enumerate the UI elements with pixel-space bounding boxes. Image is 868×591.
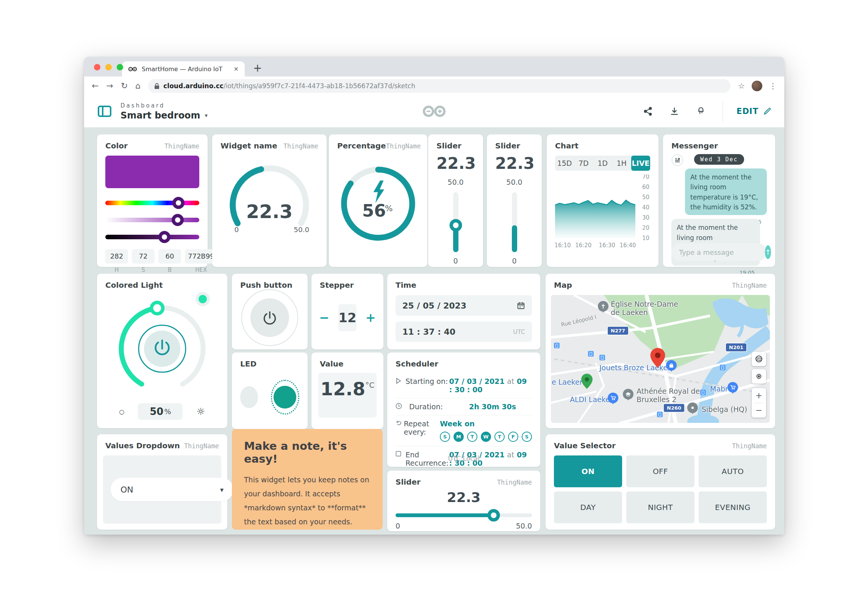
- widget-title: Messenger: [671, 141, 718, 150]
- day-saturday[interactable]: S: [522, 432, 532, 442]
- maximize-window-button[interactable]: [117, 64, 123, 70]
- day-sunday[interactable]: S: [440, 432, 450, 442]
- map-canvas[interactable]: Église Notre-Dame de Laeken Rue Léopold …: [551, 295, 770, 423]
- hue-slider-thumb[interactable]: [172, 197, 185, 209]
- brightness-slider[interactable]: [105, 235, 199, 239]
- tab-15d[interactable]: 15D: [555, 156, 574, 171]
- map-pin-green[interactable]: [581, 374, 593, 389]
- day-monday[interactable]: M: [454, 432, 464, 442]
- map-poi-school-icon[interactable]: [623, 389, 633, 399]
- tram-stop-icon[interactable]: [554, 343, 560, 348]
- led-status-icon[interactable]: [696, 106, 706, 116]
- map-pin-red[interactable]: [650, 348, 665, 368]
- scheduler-timezone[interactable]: UTC Local: [387, 455, 540, 462]
- url-text: cloud.arduino.cc/iot/things/a959f7c7-21f…: [163, 82, 415, 90]
- edit-button[interactable]: EDIT: [737, 107, 771, 116]
- hue-value-field[interactable]: 282: [105, 249, 128, 264]
- back-icon[interactable]: ←: [92, 82, 99, 90]
- selector-option-day[interactable]: DAY: [554, 491, 622, 523]
- dropdown-select[interactable]: ON ▾: [111, 478, 233, 501]
- map-layers-button[interactable]: [752, 352, 766, 366]
- hue-slider[interactable]: [105, 201, 199, 205]
- day-wednesday[interactable]: W: [481, 432, 491, 442]
- brightness-value-field[interactable]: 60: [158, 249, 181, 264]
- tram-stop-icon[interactable]: [720, 365, 726, 370]
- stepper-increment-button[interactable]: +: [366, 310, 376, 325]
- send-message-button[interactable]: ↑: [765, 245, 771, 259]
- widget-title: Stepper: [320, 281, 354, 290]
- map-poi-aldi-icon[interactable]: [608, 393, 618, 403]
- selector-option-night[interactable]: NIGHT: [626, 491, 694, 523]
- scheduler-row-start[interactable]: Starting on: 07 / 03 / 2021 at 09 : 30 :…: [396, 373, 532, 398]
- selector-option-off[interactable]: OFF: [626, 455, 694, 487]
- dim-icon[interactable]: ○: [119, 408, 124, 415]
- transcript-icon[interactable]: [671, 154, 683, 166]
- tab-live[interactable]: LIVE: [631, 156, 650, 171]
- widget-title: Value: [320, 359, 344, 368]
- light-dial[interactable]: [111, 296, 213, 402]
- date-picker-row[interactable]: 25 / 05 / 2023: [396, 295, 532, 316]
- saturation-slider[interactable]: [105, 218, 199, 222]
- tram-stop-icon[interactable]: [588, 351, 594, 357]
- tab-7d[interactable]: 7D: [574, 156, 593, 171]
- slider-track[interactable]: [453, 192, 458, 252]
- selector-option-on[interactable]: ON: [554, 455, 622, 487]
- browser-menu-icon[interactable]: ⋮: [769, 81, 777, 90]
- note-heading: Make a note, it's easy!: [244, 440, 371, 465]
- dashboard-name-dropdown[interactable]: Smart bedroom ▾: [120, 110, 208, 121]
- tram-stop-icon[interactable]: [657, 412, 663, 417]
- brightness-slider-thumb[interactable]: [158, 231, 170, 243]
- address-bar[interactable]: cloud.arduino.cc/iot/things/a959f7c7-21f…: [148, 79, 730, 93]
- map-poi-shop-icon[interactable]: [666, 360, 677, 371]
- widget-title: Widget name: [221, 141, 277, 150]
- share-icon[interactable]: [643, 106, 653, 116]
- zoom-in-button[interactable]: +: [752, 388, 766, 403]
- tram-stop-icon[interactable]: [700, 390, 706, 395]
- stepper-decrement-button[interactable]: −: [319, 310, 330, 325]
- tab-1h[interactable]: 1H: [612, 156, 631, 171]
- message-input[interactable]: [678, 248, 765, 257]
- slider-knob[interactable]: [449, 219, 462, 231]
- day-friday[interactable]: F: [508, 432, 518, 442]
- tab-close-icon[interactable]: ✕: [234, 65, 239, 73]
- home-icon[interactable]: ⌂: [135, 82, 141, 90]
- scheduler-row-repeat[interactable]: Repeat every: Week on S M T W T F S: [396, 415, 532, 446]
- selector-option-evening[interactable]: EVENING: [699, 491, 767, 523]
- saturation-slider-thumb[interactable]: [172, 214, 184, 226]
- map-label-athenee: Athénée Royal de Bruxelles 2: [637, 387, 708, 404]
- close-window-button[interactable]: [94, 64, 100, 70]
- gauge-max: 50.0: [294, 226, 309, 234]
- tab-bar: SmartHome — Arduino IoT ✕ +: [84, 57, 784, 76]
- bookmark-star-icon[interactable]: ☆: [738, 81, 745, 90]
- time-picker-row[interactable]: 11 : 37 : 40 UTC: [396, 321, 532, 342]
- map-poi-church-icon[interactable]: [598, 301, 608, 312]
- new-tab-button[interactable]: +: [253, 62, 262, 74]
- slider-knob[interactable]: [488, 509, 500, 522]
- widget-title: Push button: [240, 281, 292, 290]
- scheduler-row-duration[interactable]: Duration: 2h 30m 30s: [396, 398, 532, 415]
- slider-track[interactable]: [396, 513, 532, 517]
- zoom-out-button[interactable]: −: [752, 403, 766, 418]
- download-icon[interactable]: [669, 106, 679, 116]
- push-button[interactable]: [250, 298, 289, 337]
- reload-icon[interactable]: ↻: [121, 82, 128, 90]
- dial-knob[interactable]: [152, 303, 163, 314]
- day-thursday[interactable]: T: [494, 432, 505, 442]
- day-tuesday[interactable]: T: [467, 432, 477, 442]
- sidebar-toggle-icon[interactable]: [97, 104, 112, 119]
- map-poi-sibelga-icon[interactable]: [687, 402, 698, 413]
- calendar-icon[interactable]: [517, 301, 525, 310]
- sun-icon[interactable]: ☼: [196, 406, 205, 417]
- minimize-window-button[interactable]: [105, 64, 112, 70]
- profile-avatar[interactable]: [752, 81, 762, 91]
- saturation-value-field[interactable]: 72: [132, 249, 155, 264]
- browser-tab[interactable]: SmartHome — Arduino IoT ✕: [122, 61, 245, 76]
- forward-icon[interactable]: →: [106, 82, 113, 90]
- slider-track[interactable]: [512, 192, 517, 252]
- map-poi-mabru-icon[interactable]: [727, 382, 738, 393]
- tab-1d[interactable]: 1D: [593, 156, 612, 171]
- map-locate-button[interactable]: [752, 369, 766, 384]
- selector-option-auto[interactable]: AUTO: [699, 455, 767, 487]
- tram-stop-icon[interactable]: [599, 355, 605, 360]
- push-button-ring: [241, 289, 298, 346]
